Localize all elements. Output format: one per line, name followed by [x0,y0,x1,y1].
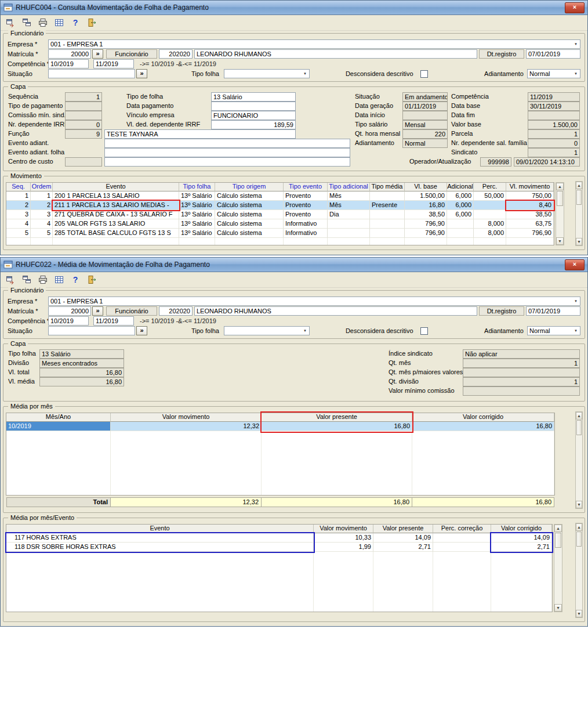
tipo-folha-combobox[interactable]: ▼ [224,326,310,335]
exit-icon[interactable] [86,17,97,28]
vertical-scrollbar[interactable]: ▲ ▼ [556,182,564,245]
centro-custo-field [65,157,102,167]
column-header[interactable]: Perc. correção [433,525,491,533]
chevron-down-icon[interactable]: ▼ [301,72,309,75]
nr-dependente-sal-familia-field: 0 [528,139,580,148]
exit-icon[interactable] [86,274,97,285]
scroll-down-button[interactable]: ▼ [556,237,564,245]
situacao-lookup-button[interactable]: » [136,69,147,78]
desconsidera-descritivo-checkbox[interactable] [420,327,428,335]
matricula-input[interactable]: 20000 [48,49,91,59]
column-header[interactable]: Tipo evento [284,183,328,191]
scroll-thumb[interactable] [576,532,582,547]
window-nav-icon[interactable] [5,274,16,285]
column-header[interactable]: Seq. [6,183,31,191]
funcionario-code-field[interactable]: 202020 [159,306,193,316]
window-cascade-icon[interactable] [21,274,32,285]
group-legend: Média por mês/Evento [8,514,77,521]
title-bar[interactable]: RHUFC004 - Consulta Movimentação de Folh… [1,1,587,15]
competencia-start-input[interactable]: 10/2019 [48,59,89,68]
column-header[interactable]: Evento [53,183,179,191]
title-bar[interactable]: RHUFC022 - Média de Movimentação de Folh… [1,258,587,272]
funcionario-name-field[interactable]: LEONARDO RHUMANOS [194,49,477,59]
table-cell: 6,000 [447,201,474,210]
scroll-thumb[interactable] [576,420,582,435]
column-header[interactable]: Mês/Ano [6,413,111,422]
column-header[interactable]: Tipo média [370,183,405,191]
window-cascade-icon[interactable] [21,17,32,28]
scroll-thumb[interactable] [557,191,563,206]
matricula-lookup-button[interactable]: » [92,306,103,316]
column-header[interactable]: Valor movimento [111,413,262,422]
column-header[interactable]: Vl. base [405,183,447,191]
scroll-down-button[interactable]: ▼ [576,501,582,508]
competencia-end-input[interactable]: 11/2019 [93,316,134,326]
table-cell: 117 HORAS EXTRAS [6,533,314,543]
table-cell: Cálculo sistema [215,201,284,210]
grid-icon[interactable] [54,17,64,28]
table-cell: 118 DSR SOBRE HORAS EXTRAS [6,543,314,552]
scroll-up-button[interactable]: ▲ [556,183,564,190]
scroll-up-button[interactable]: ▲ [576,523,582,531]
column-header[interactable]: Vl. movimento [506,183,554,191]
vertical-scrollbar[interactable]: ▲ ▼ [575,411,583,509]
scroll-down-button[interactable]: ▼ [576,238,582,245]
column-header[interactable]: Valor movimento [314,525,373,533]
close-icon[interactable]: × [565,2,585,13]
scroll-thumb[interactable] [576,190,582,205]
desconsidera-descritivo-checkbox[interactable] [420,70,428,78]
matricula-lookup-button[interactable]: » [92,49,103,59]
competencia-start-input[interactable]: 10/2019 [48,316,89,326]
table-cell: 1 [31,191,53,201]
situacao-input[interactable] [48,69,135,78]
column-header[interactable]: Tipo folha [179,183,215,191]
competencia-end-input[interactable]: 11/2019 [93,59,134,68]
column-header[interactable]: Valor corrigido [491,525,552,533]
column-header[interactable]: Valor presente [262,413,412,422]
print-icon[interactable] [38,274,48,285]
scroll-up-button[interactable]: ▲ [576,182,582,189]
tipo-folha-combobox[interactable]: ▼ [224,69,310,78]
empresa-combobox[interactable]: 001 - EMPRESA 1 ▼ [48,297,580,306]
column-header[interactable]: Adicional [447,183,474,191]
matricula-input[interactable]: 20000 [48,306,91,316]
chevron-down-icon[interactable]: ▼ [572,299,580,303]
scroll-up-button[interactable]: ▲ [576,412,582,420]
vertical-scrollbar[interactable]: ▲ ▼ [554,524,562,612]
adiantamento-combobox[interactable]: Normal ▼ [527,69,580,78]
funcionario-group: Funcionário Empresa * 001 - EMPRESA 1 ▼ … [3,33,585,82]
grid-icon[interactable] [54,274,64,285]
scroll-up-button[interactable]: ▲ [554,525,562,532]
sindicato-field: 1 [528,148,580,157]
situacao-lookup-button[interactable]: » [136,326,147,335]
scroll-thumb[interactable] [555,533,561,548]
funcionario-code-field[interactable]: 202020 [159,49,193,59]
help-icon[interactable]: ? [70,274,81,285]
column-header[interactable]: Valor corrigido [412,413,554,422]
situacao-input[interactable] [48,326,135,335]
adiantamento-combobox[interactable]: Normal ▼ [527,326,580,335]
scroll-down-button[interactable]: ▼ [554,604,562,612]
chevron-down-icon[interactable]: ▼ [572,72,580,75]
empresa-combobox[interactable]: 001 - EMPRESA 1 ▼ [48,39,580,49]
window-nav-icon[interactable] [5,17,16,28]
close-icon[interactable]: × [565,259,585,270]
column-header[interactable]: Tipo origem [215,183,284,191]
chevron-down-icon[interactable]: ▼ [301,329,309,332]
column-header[interactable]: Perc. [474,183,506,191]
tipo-pagamento-field [65,102,102,111]
help-icon[interactable]: ? [70,17,81,28]
table-cell [370,191,405,201]
column-header[interactable]: Evento [6,525,314,533]
vertical-scrollbar[interactable]: ▲ ▼ [575,523,583,618]
scroll-down-button[interactable]: ▼ [576,610,582,617]
chevron-down-icon[interactable]: ▼ [572,42,580,46]
dt-registro-field: 07/01/2019 [526,49,580,59]
funcionario-name-field[interactable]: LEONARDO RHUMANOS [194,306,477,316]
column-header[interactable]: Ordem [31,183,53,191]
column-header[interactable]: Valor presente [373,525,433,533]
chevron-down-icon[interactable]: ▼ [572,329,580,332]
vertical-scrollbar[interactable]: ▲ ▼ [575,181,583,246]
print-icon[interactable] [38,17,48,28]
column-header[interactable]: Tipo adicional [328,183,370,191]
